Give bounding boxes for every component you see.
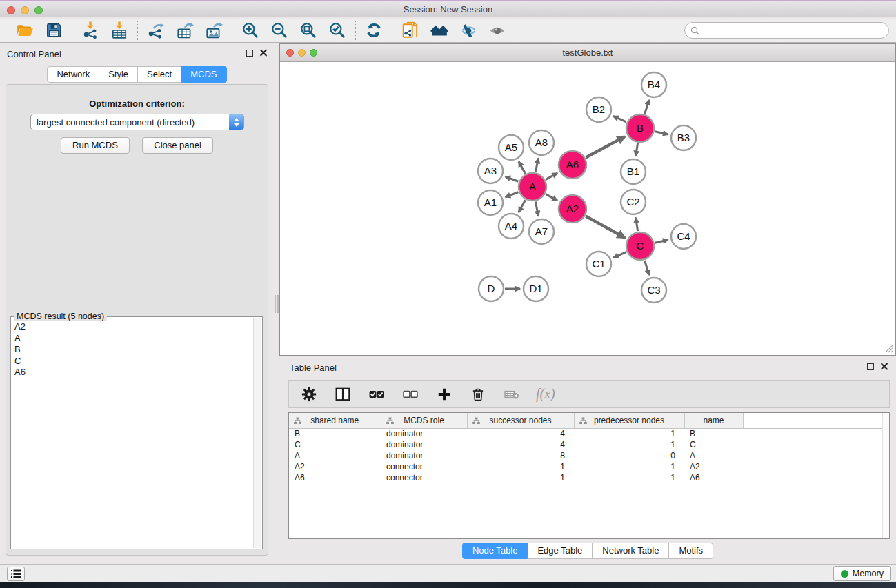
first-neighbors-icon[interactable] bbox=[430, 21, 449, 40]
graph-edge-A6-B[interactable] bbox=[586, 136, 625, 158]
table-cell[interactable]: A6 bbox=[289, 472, 381, 483]
network-from-selection-icon[interactable] bbox=[401, 21, 420, 40]
graph-edge-A-A3[interactable] bbox=[506, 176, 519, 181]
tab-node-table[interactable]: Node Table bbox=[462, 543, 528, 559]
result-list-item[interactable]: A6 bbox=[12, 367, 252, 378]
tab-network[interactable]: Network bbox=[47, 66, 99, 83]
result-list-item[interactable]: A bbox=[12, 333, 252, 345]
table-cell[interactable]: C bbox=[289, 439, 381, 450]
tab-network-table[interactable]: Network Table bbox=[593, 543, 669, 559]
column-header-name[interactable]: name bbox=[684, 413, 743, 428]
export-image-icon[interactable] bbox=[204, 21, 223, 40]
network-window-titlebar[interactable]: testGlobe.txt bbox=[280, 44, 895, 62]
graph-node-A1[interactable]: A1 bbox=[478, 190, 503, 215]
mcds-result-list[interactable]: A2ABCA6 bbox=[12, 321, 252, 547]
graph-node-A[interactable]: A bbox=[519, 173, 546, 201]
tab-motifs[interactable]: Motifs bbox=[669, 543, 713, 559]
delete-table-icon[interactable] bbox=[502, 385, 521, 404]
graph-node-B3[interactable]: B3 bbox=[671, 125, 696, 150]
open-file-icon[interactable] bbox=[15, 21, 34, 40]
graph-node-C[interactable]: C bbox=[626, 232, 654, 260]
save-session-icon[interactable] bbox=[44, 21, 63, 40]
table-cell[interactable]: dominator bbox=[381, 439, 467, 450]
table-cell[interactable]: 1 bbox=[467, 461, 574, 472]
result-list-item[interactable]: B bbox=[12, 344, 252, 356]
zoom-fit-icon[interactable] bbox=[299, 21, 318, 40]
graph-edge-A-A1[interactable] bbox=[506, 192, 519, 197]
graph-edge-A-A4[interactable] bbox=[519, 200, 526, 212]
result-scrollbar[interactable] bbox=[253, 318, 261, 548]
search-input[interactable] bbox=[703, 26, 883, 35]
graph-edge-C-C4[interactable] bbox=[655, 240, 668, 243]
graph-node-B2[interactable]: B2 bbox=[586, 97, 611, 122]
table-cell[interactable]: connector bbox=[381, 472, 467, 483]
tab-edge-table[interactable]: Edge Table bbox=[528, 543, 593, 559]
table-cell[interactable]: A bbox=[684, 450, 743, 461]
tab-select[interactable]: Select bbox=[138, 66, 181, 83]
table-cell[interactable]: B bbox=[684, 428, 743, 439]
graph-node-B4[interactable]: B4 bbox=[641, 72, 666, 97]
graph-node-A8[interactable]: A8 bbox=[529, 130, 554, 155]
result-list-item[interactable]: A2 bbox=[12, 321, 252, 333]
table-cell[interactable]: dominator bbox=[381, 428, 467, 439]
graph-edge-A-A7[interactable] bbox=[535, 202, 538, 216]
task-history-button[interactable] bbox=[7, 567, 25, 581]
column-header-shared-name[interactable]: shared name bbox=[289, 413, 381, 428]
memory-button[interactable]: Memory bbox=[833, 566, 891, 581]
pane-divider-grip[interactable] bbox=[275, 295, 279, 313]
graph-edge-C-C2[interactable] bbox=[636, 218, 638, 232]
result-list-item[interactable]: C bbox=[12, 356, 252, 367]
graph-edge-A-A5[interactable] bbox=[519, 161, 526, 173]
zoom-in-icon[interactable] bbox=[241, 21, 260, 40]
table-cell[interactable]: C bbox=[684, 439, 743, 450]
close-panel-button[interactable]: Close panel bbox=[142, 137, 213, 154]
table-cell[interactable]: 8 bbox=[467, 450, 574, 461]
refresh-layout-icon[interactable] bbox=[364, 21, 384, 40]
graph-node-C1[interactable]: C1 bbox=[586, 252, 611, 276]
table-cell[interactable]: 0 bbox=[574, 450, 684, 461]
graph-edge-B-B1[interactable] bbox=[636, 143, 638, 156]
function-builder-icon[interactable]: f(x) bbox=[536, 386, 555, 402]
graph-edge-A-A2[interactable] bbox=[546, 194, 557, 201]
table-cell[interactable]: A2 bbox=[289, 461, 381, 472]
table-cell[interactable]: A6 bbox=[684, 472, 743, 483]
graph-node-A5[interactable]: A5 bbox=[499, 135, 524, 160]
graph-edge-A-A8[interactable] bbox=[535, 159, 538, 172]
graph-node-C4[interactable]: C4 bbox=[671, 224, 696, 249]
table-cell[interactable]: connector bbox=[381, 461, 467, 472]
graph-node-B[interactable]: B bbox=[626, 114, 654, 142]
table-cell[interactable]: A bbox=[289, 450, 381, 461]
table-row[interactable]: Cdominator41C bbox=[289, 439, 889, 450]
network-canvas[interactable]: B4B2BB3A8A5A6A3B1AA1C2A2A4A7C4CC1C3DD1 bbox=[281, 63, 895, 354]
tab-mcds[interactable]: MCDS bbox=[181, 66, 226, 83]
graph-node-B1[interactable]: B1 bbox=[621, 159, 646, 184]
table-mode-gear-icon[interactable] bbox=[299, 385, 319, 404]
export-network-icon[interactable] bbox=[146, 21, 166, 40]
show-columns-icon[interactable] bbox=[333, 385, 352, 404]
graph-edge-A2-C[interactable] bbox=[586, 216, 625, 238]
select-all-rows-icon[interactable] bbox=[367, 385, 386, 404]
graph-edge-B-B4[interactable] bbox=[645, 100, 649, 114]
optimization-criterion-select[interactable]: largest connected component (directed) bbox=[30, 114, 244, 130]
graph-node-A3[interactable]: A3 bbox=[478, 159, 503, 183]
search-box[interactable] bbox=[684, 22, 889, 39]
zoom-out-icon[interactable] bbox=[270, 21, 289, 40]
table-row[interactable]: A6connector11A6 bbox=[289, 472, 889, 483]
float-panel-icon[interactable] bbox=[867, 363, 874, 370]
table-cell[interactable]: 1 bbox=[574, 472, 684, 483]
table-cell[interactable]: 1 bbox=[574, 461, 684, 472]
zoom-selected-icon[interactable] bbox=[328, 21, 347, 40]
graph-edge-B-B2[interactable] bbox=[613, 116, 626, 122]
delete-columns-icon[interactable] bbox=[468, 385, 488, 404]
table-cell[interactable]: 1 bbox=[574, 428, 684, 439]
graph-node-A7[interactable]: A7 bbox=[529, 219, 554, 244]
column-header-MCDS-role[interactable]: MCDS role bbox=[381, 413, 467, 428]
close-panel-icon[interactable] bbox=[259, 49, 267, 57]
graph-node-D1[interactable]: D1 bbox=[524, 276, 548, 301]
table-cell[interactable]: dominator bbox=[381, 450, 467, 461]
table-cell[interactable]: 4 bbox=[467, 439, 574, 450]
table-cell[interactable]: 4 bbox=[467, 428, 574, 439]
deselect-all-rows-icon[interactable] bbox=[401, 385, 420, 404]
graph-node-C3[interactable]: C3 bbox=[641, 278, 666, 303]
attribute-table[interactable]: shared nameMCDS rolesuccessor nodesprede… bbox=[289, 413, 889, 483]
